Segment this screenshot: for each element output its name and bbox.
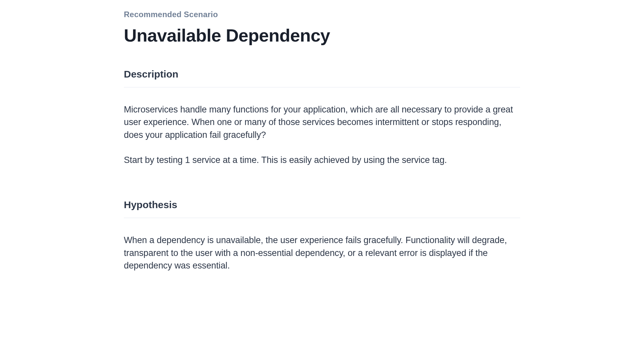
description-heading: Description — [124, 69, 520, 80]
description-paragraph-1: Microservices handle many functions for … — [124, 103, 520, 141]
section-divider — [124, 87, 520, 87]
description-paragraph-2: Start by testing 1 service at a time. Th… — [124, 154, 520, 166]
document-container: Recommended Scenario Unavailable Depende… — [92, 10, 552, 272]
page-title: Unavailable Dependency — [124, 25, 520, 46]
eyebrow-label: Recommended Scenario — [124, 10, 520, 19]
hypothesis-section: Hypothesis When a dependency is unavaila… — [124, 199, 520, 272]
section-divider — [124, 218, 520, 218]
hypothesis-heading: Hypothesis — [124, 199, 520, 210]
description-section: Description Microservices handle many fu… — [124, 69, 520, 166]
hypothesis-paragraph-1: When a dependency is unavailable, the us… — [124, 234, 520, 272]
